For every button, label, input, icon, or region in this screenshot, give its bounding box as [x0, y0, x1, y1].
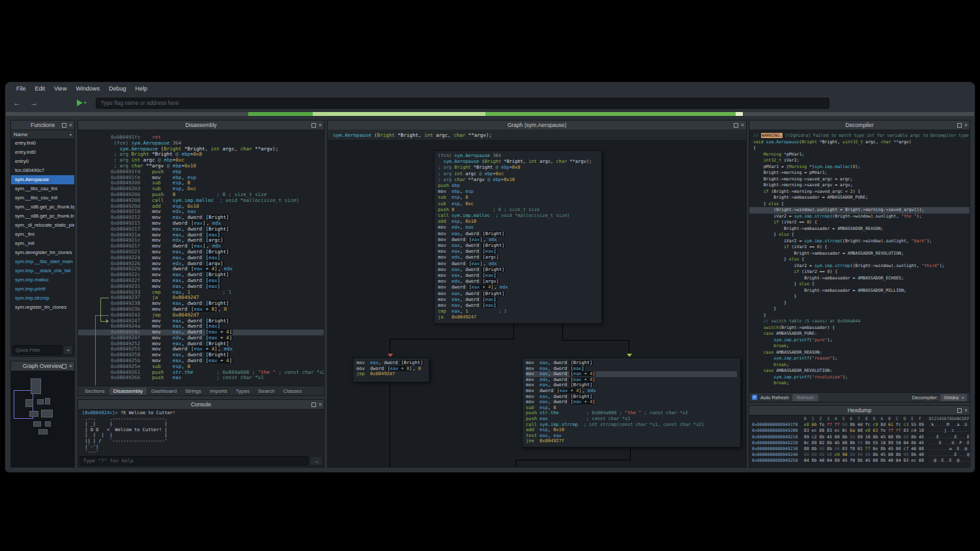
- decompiler-line[interactable]: Bright->morning = pMVar1;: [749, 170, 970, 177]
- function-list-item[interactable]: sym._dl_relocate_static_pie: [11, 221, 74, 230]
- function-list-item[interactable]: entry.fini0: [11, 139, 74, 148]
- disasm-line[interactable]: 0x08049266 push eax ; const char *s1: [78, 375, 324, 381]
- close-icon[interactable]: ×: [319, 402, 322, 408]
- function-list-item[interactable]: sym.imp.malloc: [11, 276, 74, 285]
- graph-node-line[interactable]: mov eax, dword [eax]: [526, 366, 737, 372]
- function-list-item[interactable]: sym.Aeropause: [11, 175, 74, 184]
- undock-icon[interactable]: [734, 123, 738, 128]
- decompiler-line[interactable]: } else {: [749, 281, 970, 288]
- function-list-item[interactable]: sym.__x86.get_pc_thunk.bx: [11, 212, 74, 221]
- console-line[interactable]: .--. .-------------------.: [82, 416, 323, 422]
- decompiler-line[interactable]: if (iVar2 == 0) {: [749, 219, 970, 226]
- decompiler-line[interactable]: // WARNING: [r2ghidra] Failed to match t…: [749, 133, 970, 139]
- graph-node-line[interactable]: mov edx, eax: [438, 225, 598, 231]
- decompiler-line[interactable]: sym.imp.printf("reason");: [749, 356, 970, 362]
- graph-node-line[interactable]: mov edx, dword [argc]: [438, 255, 598, 261]
- graph-node-line[interactable]: mov eax, dword [Bright]: [526, 394, 737, 400]
- graph-node-line[interactable]: jne 0x804927f: [526, 438, 737, 444]
- graph-node-line[interactable]: mov eax, dword [Bright]: [526, 382, 737, 388]
- decompiler-line[interactable]: }: [749, 300, 970, 307]
- graph-node-line[interactable]: mov edx, dword [eax + 4]: [526, 377, 737, 383]
- decompiler-line[interactable]: if (iVar2 == 0) {: [749, 269, 970, 276]
- decompiler-line[interactable]: } else {: [749, 201, 970, 208]
- graph-node-line[interactable]: mov dword [eax + 4], edx: [526, 388, 737, 394]
- graph-signature[interactable]: sym.Aeropause (Bright *Bright, int argc,…: [333, 132, 492, 138]
- graph-node-line[interactable]: ; arg Bright *Bright @ ebp+0x8: [438, 165, 598, 171]
- decompiler-line[interactable]: case AMBASSADOR_PURE:: [749, 331, 970, 337]
- clear-filter-button[interactable]: ×: [63, 345, 73, 355]
- decompiler-line[interactable]: Bright->ambassador = AMBASSADOR_PURE;: [749, 195, 970, 201]
- decompiler-line[interactable]: iVar2 = sym.imp.strcmp((Bright->window).…: [749, 214, 970, 220]
- decompiler-line[interactable]: Bright->ambassador = AMBASSADOR_ECHOES;: [749, 276, 970, 282]
- close-icon[interactable]: ×: [964, 408, 968, 414]
- hexdump-row[interactable]: 0x00000000080491f0e8 6b fe ff ff 00 8b 4…: [749, 422, 970, 428]
- graph-node-line[interactable]: mov eax, dword [Bright]: [438, 267, 598, 273]
- graph-node-entry[interactable]: (fcn) sym.Aeropause 364 sym.Aeropause (B…: [434, 150, 602, 324]
- graph-node-line[interactable]: mov dword [eax], edx: [438, 261, 598, 267]
- decompiler-line[interactable]: case AMBASSADOR_REVOLUTION:: [749, 368, 970, 374]
- graph-node-line[interactable]: mov ebp, esp: [438, 189, 598, 195]
- graph-node-line[interactable]: cmp eax, 1 ; 1: [438, 309, 598, 315]
- function-list-item[interactable]: fcn.080490c7: [11, 166, 74, 175]
- decompiler-line[interactable]: }: [749, 313, 970, 319]
- menu-item-file[interactable]: File: [12, 84, 31, 93]
- tab-sections[interactable]: Sections: [81, 388, 109, 395]
- decompiler-line[interactable]: Bright->ambassador = AMBASSADOR_REVOLUTI…: [749, 251, 970, 257]
- graph-node-true-branch[interactable]: mov eax, dword [Bright]mov eax, dword [e…: [522, 358, 741, 447]
- quick-filter-input[interactable]: [12, 345, 62, 355]
- graph-node-line[interactable]: push ebp: [438, 183, 598, 189]
- graph-node-line[interactable]: sym.Aeropause (Bright *Bright, int argc,…: [438, 159, 598, 165]
- menu-item-view[interactable]: View: [50, 84, 71, 93]
- console-input[interactable]: [79, 456, 308, 466]
- back-button[interactable]: ←: [12, 98, 22, 107]
- graph-node-line[interactable]: sub esp, 8: [438, 195, 598, 201]
- decompiler-line[interactable]: iVar2 = sym.imp.strcmp((Bright->window).…: [749, 263, 970, 270]
- graph-node-line[interactable]: mov edx, dword [argv]: [438, 279, 598, 285]
- auto-refresh-checkbox[interactable]: ✓: [752, 395, 757, 400]
- hexdump-row[interactable]: 0x000000000804921089 c2 8b 45 08 8b 00 8…: [749, 434, 970, 440]
- graph-node-line[interactable]: jmp 0x80492d7: [356, 371, 425, 377]
- decompiler-line[interactable]: break;: [749, 380, 970, 387]
- decompiler-line[interactable]: } else {: [749, 257, 970, 263]
- graph-node-line[interactable]: ja 0x8049247: [438, 315, 598, 320]
- hexdump-row[interactable]: 0x000000000804924000 00 00 00 e9 90 00 0…: [749, 452, 970, 458]
- graph-node-line[interactable]: sub esp, 8: [526, 405, 737, 411]
- function-list-item[interactable]: sym.__libc_csu_fini: [11, 184, 74, 193]
- function-list-item[interactable]: entry0: [11, 157, 74, 166]
- decompiler-line[interactable]: if (iVar2 == 0) {: [749, 244, 970, 251]
- decompiler-line[interactable]: Bright->morning->saved_argc = argc;: [749, 177, 970, 183]
- undock-icon[interactable]: [311, 403, 316, 407]
- console-line[interactable]: | | | | |: [82, 432, 323, 438]
- tab-imports[interactable]: Imports: [206, 388, 231, 395]
- tab-classes[interactable]: Classes: [279, 388, 305, 395]
- graph-node-line[interactable]: push str.the ; 0x804a008 ; "the " ; cons…: [526, 410, 737, 416]
- decompiler-line[interactable]: break;: [749, 343, 970, 350]
- forward-button[interactable]: →: [29, 98, 39, 107]
- decompiler-line[interactable]: Morning *pMVar1;: [749, 152, 970, 158]
- graph-node-false-branch[interactable]: mov eax, dword [Bright]mov dword [eax + …: [353, 358, 429, 382]
- decompiler-line[interactable]: } else {: [749, 232, 970, 238]
- undock-icon[interactable]: [311, 123, 316, 128]
- function-list-item[interactable]: sym._init: [11, 239, 74, 248]
- undock-icon[interactable]: [62, 123, 66, 128]
- graph-node-line[interactable]: add esp, 0x10: [438, 219, 598, 225]
- graph-node-line[interactable]: mov eax, dword [Bright]: [438, 291, 598, 297]
- tab-disassembly[interactable]: Disassembly: [109, 388, 147, 395]
- decompiler-line[interactable]: switch(Bright->ambassador) {: [749, 325, 970, 332]
- hexdump-row[interactable]: 0x00000000080492200c 89 02 8b 45 08 8b 0…: [749, 440, 970, 446]
- graph-node-line[interactable]: (fcn) sym.Aeropause 364: [438, 153, 598, 159]
- tab-search[interactable]: Search: [254, 388, 278, 395]
- graph-node-line[interactable]: mov eax, dword [eax]: [438, 303, 598, 309]
- function-list-item[interactable]: entry.init0: [11, 148, 74, 157]
- hexdump-row[interactable]: 0x000000000804925004 8b 40 04 89 45 f0 8…: [749, 458, 970, 464]
- graph-node-line[interactable]: ; arg int argc @ ebp+0xc: [438, 171, 598, 177]
- decompiler-line[interactable]: }: [749, 294, 970, 300]
- function-list-item[interactable]: sym.__libc_csu_init: [11, 193, 74, 203]
- functions-column-header[interactable]: Name ▾: [11, 130, 74, 139]
- tab-dashboard[interactable]: Dashboard: [147, 388, 180, 395]
- address-input[interactable]: [96, 98, 829, 109]
- graph-node-line[interactable]: call sym.imp.malloc ; void *malloc(size_…: [438, 213, 598, 219]
- function-list-item[interactable]: sym.imp.__stack_chk_fail: [11, 266, 74, 276]
- decompiler-line[interactable]: sym.imp.printf("pure");: [749, 337, 970, 344]
- decompiler-line[interactable]: Bright->ambassador = AMBASSADOR_REASON;: [749, 226, 970, 233]
